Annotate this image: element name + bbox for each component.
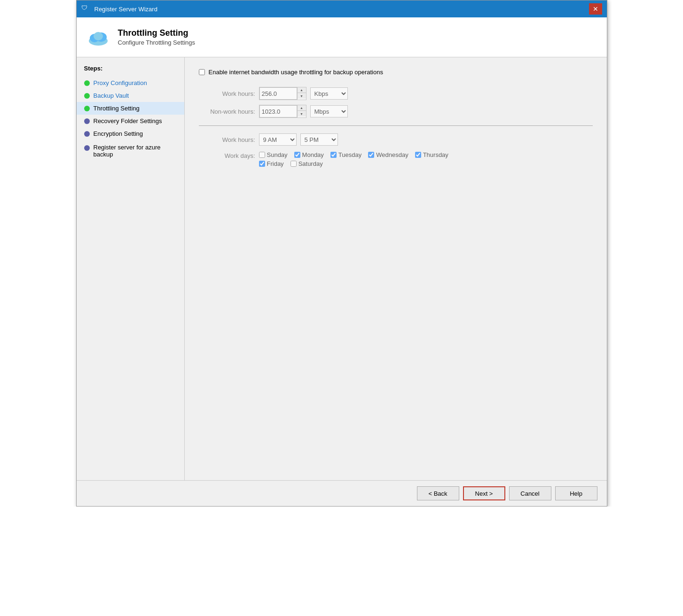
friday-checkbox[interactable] [259, 161, 265, 167]
sidebar: Steps: Proxy Configuration Backup Vault … [77, 57, 185, 480]
cloud-icon [86, 25, 110, 49]
work-hours-end-select[interactable]: 3 PM 4 PM 5 PM 6 PM [300, 133, 338, 146]
sidebar-item-label: Recovery Folder Settings [94, 117, 162, 125]
non-work-hours-rate-input-group: 1023.0 ▲ ▼ [259, 105, 306, 118]
title-bar-title: Register Server Wizard [94, 6, 157, 13]
thursday-label: Thursday [423, 151, 448, 158]
day-tuesday: Tuesday [330, 151, 361, 158]
next-button[interactable]: Next > [463, 486, 505, 500]
saturday-label: Saturday [298, 160, 323, 167]
day-monday: Monday [294, 151, 324, 158]
non-work-hours-rate-input[interactable]: 1023.0 [259, 105, 297, 117]
cancel-button[interactable]: Cancel [509, 486, 551, 500]
step-dot-recovery [84, 118, 90, 124]
back-button[interactable]: < Back [417, 486, 459, 500]
sidebar-item-proxy-config[interactable]: Proxy Configuration [77, 77, 184, 89]
sidebar-item-encryption[interactable]: Encryption Setting [77, 127, 184, 140]
non-work-hours-rate-down[interactable]: ▼ [298, 111, 306, 117]
friday-label: Friday [267, 160, 284, 167]
sidebar-item-recovery[interactable]: Recovery Folder Settings [77, 115, 184, 127]
wednesday-label: Wednesday [376, 151, 408, 158]
sidebar-item-throttling[interactable]: Throttling Setting [77, 102, 184, 115]
days-row-2: Friday Saturday [259, 160, 448, 167]
sunday-label: Sunday [267, 151, 288, 158]
saturday-checkbox[interactable] [290, 161, 297, 167]
sidebar-item-backup-vault[interactable]: Backup Vault [77, 89, 184, 102]
sidebar-steps-label: Steps: [77, 65, 184, 77]
work-hours-rate-up[interactable]: ▲ [298, 87, 306, 93]
divider [199, 125, 593, 126]
content-area: Enable internet bandwidth usage throttli… [185, 57, 607, 480]
close-button[interactable]: ✕ [589, 3, 602, 15]
days-grid: Sunday Monday Tuesday Wednesday [259, 151, 448, 167]
sidebar-item-label: Encryption Setting [94, 130, 143, 137]
sunday-checkbox[interactable] [259, 152, 265, 158]
work-hours-time-row: Work hours: 6 AM 7 AM 8 AM 9 AM 10 AM 3 … [199, 133, 593, 146]
work-hours-rate-unit[interactable]: Kbps Mbps Gbps [310, 87, 348, 100]
step-dot-proxy [84, 80, 90, 86]
help-button[interactable]: Help [555, 486, 597, 500]
non-work-hours-rate-row: Non-work hours: 1023.0 ▲ ▼ Kbps Mbps Gbp… [199, 105, 593, 118]
monday-label: Monday [302, 151, 324, 158]
sidebar-item-label: Register server for azure backup [94, 144, 177, 158]
wizard-subtitle: Configure Throttling Settings [118, 39, 196, 46]
work-hours-rate-down[interactable]: ▼ [298, 93, 306, 99]
step-dot-backup [84, 93, 90, 99]
sidebar-item-label: Throttling Setting [94, 105, 140, 112]
work-hours-time-label: Work hours: [199, 136, 255, 143]
days-row-1: Sunday Monday Tuesday Wednesday [259, 151, 448, 158]
work-hours-rate-input-group: 256.0 ▲ ▼ [259, 87, 306, 100]
svg-point-3 [94, 32, 103, 40]
wizard-header: Throttling Setting Configure Throttling … [77, 17, 607, 57]
non-work-hours-rate-unit[interactable]: Kbps Mbps Gbps [310, 105, 348, 117]
day-sunday: Sunday [259, 151, 288, 158]
tuesday-label: Tuesday [338, 151, 361, 158]
sidebar-item-label: Backup Vault [94, 92, 129, 99]
monday-checkbox[interactable] [294, 152, 300, 158]
work-hours-rate-label: Work hours: [199, 90, 255, 97]
app-icon: 🛡 [81, 4, 91, 14]
step-dot-register [84, 145, 90, 151]
enable-throttling-label: Enable internet bandwidth usage throttli… [209, 69, 383, 76]
enable-throttling-checkbox[interactable] [199, 69, 205, 75]
non-work-hours-rate-label: Non-work hours: [199, 108, 255, 115]
wednesday-checkbox[interactable] [368, 152, 374, 158]
thursday-checkbox[interactable] [415, 152, 421, 158]
step-dot-throttling [84, 106, 90, 111]
non-work-hours-rate-up[interactable]: ▲ [298, 105, 306, 111]
work-days-label: Work days: [199, 151, 255, 159]
title-bar: 🛡 Register Server Wizard ✕ [77, 0, 607, 17]
day-wednesday: Wednesday [368, 151, 408, 158]
tuesday-checkbox[interactable] [330, 152, 337, 158]
work-hours-rate-input[interactable]: 256.0 [259, 87, 297, 100]
day-friday: Friday [259, 160, 284, 167]
step-dot-encryption [84, 131, 90, 137]
day-thursday: Thursday [415, 151, 448, 158]
day-saturday: Saturday [290, 160, 323, 167]
sidebar-item-register[interactable]: Register server for azure backup [77, 140, 184, 161]
wizard-title: Throttling Setting [118, 28, 196, 38]
enable-throttling-row: Enable internet bandwidth usage throttli… [199, 69, 593, 76]
work-days-row: Work days: Sunday Monday Tue [199, 151, 593, 167]
work-hours-rate-row: Work hours: 256.0 ▲ ▼ Kbps Mbps Gbps [199, 87, 593, 100]
wizard-header-text: Throttling Setting Configure Throttling … [118, 28, 196, 46]
sidebar-item-label: Proxy Configuration [94, 79, 147, 86]
work-hours-start-select[interactable]: 6 AM 7 AM 8 AM 9 AM 10 AM [259, 133, 297, 146]
wizard-footer: < Back Next > Cancel Help [77, 480, 607, 506]
